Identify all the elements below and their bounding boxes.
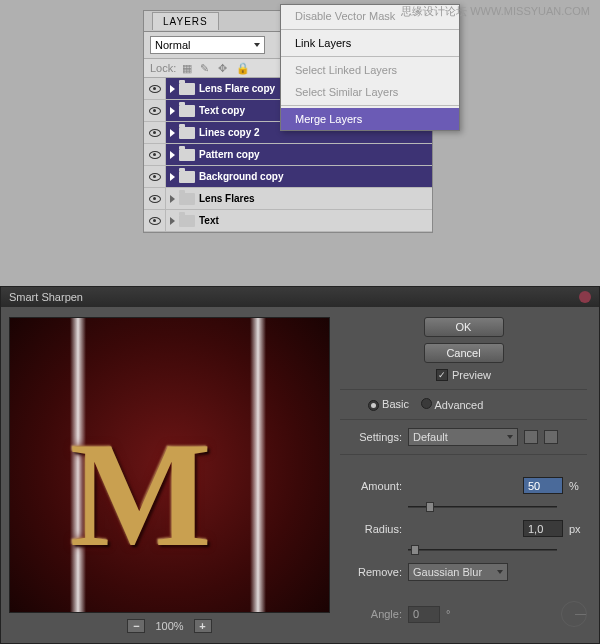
disclosure-triangle-icon[interactable] (170, 129, 175, 137)
settings-value: Default (413, 431, 448, 443)
visibility-toggle[interactable] (144, 122, 166, 143)
angle-label: Angle: (340, 608, 402, 620)
disclosure-triangle-icon[interactable] (170, 195, 175, 203)
eye-icon (149, 85, 161, 93)
amount-input[interactable] (523, 477, 563, 494)
radius-label: Radius: (340, 523, 402, 535)
radius-input[interactable] (523, 520, 563, 537)
eye-icon (149, 107, 161, 115)
layer-context-menu: Disable Vector MaskLink LayersSelect Lin… (280, 4, 460, 131)
angle-dial (561, 601, 587, 627)
disclosure-triangle-icon[interactable] (170, 217, 175, 225)
menu-item: Select Linked Layers (281, 59, 459, 81)
menu-item: Select Similar Layers (281, 81, 459, 103)
disclosure-triangle-icon[interactable] (170, 107, 175, 115)
remove-value: Gaussian Blur (413, 566, 482, 578)
blend-mode-dropdown[interactable]: Normal (150, 36, 265, 54)
save-preset-icon[interactable] (524, 430, 538, 444)
visibility-toggle[interactable] (144, 210, 166, 231)
eye-icon (149, 217, 161, 225)
angle-unit: ° (446, 608, 450, 620)
amount-unit: % (569, 480, 587, 492)
folder-icon (179, 105, 195, 117)
layer-row[interactable]: Background copy (144, 166, 432, 188)
visibility-toggle[interactable] (144, 188, 166, 209)
visibility-toggle[interactable] (144, 78, 166, 99)
layer-name: Background copy (199, 171, 283, 182)
remove-dropdown[interactable]: Gaussian Blur (408, 563, 508, 581)
menu-item[interactable]: Link Layers (281, 32, 459, 54)
menu-item[interactable]: Merge Layers (281, 108, 459, 130)
zoom-controls: − 100% + (9, 613, 330, 639)
delete-preset-icon[interactable] (544, 430, 558, 444)
chevron-down-icon (507, 435, 513, 439)
eye-icon (149, 173, 161, 181)
visibility-toggle[interactable] (144, 100, 166, 121)
disclosure-triangle-icon[interactable] (170, 151, 175, 159)
layer-row[interactable]: Text (144, 210, 432, 232)
layer-name: Text copy (199, 105, 245, 116)
preview-label: Preview (452, 369, 491, 381)
layers-tab[interactable]: LAYERS (152, 12, 219, 30)
folder-icon (179, 171, 195, 183)
settings-label: Settings: (340, 431, 402, 443)
folder-icon (179, 193, 195, 205)
basic-radio-row[interactable]: Basic (368, 398, 409, 411)
chevron-down-icon (497, 570, 503, 574)
folder-icon (179, 83, 195, 95)
lock-paint-icon[interactable]: ✎ (200, 62, 212, 74)
dialog-titlebar: Smart Sharpen (1, 287, 599, 307)
amount-label: Amount: (340, 480, 402, 492)
eye-icon (149, 195, 161, 203)
layer-row[interactable]: Lens Flares (144, 188, 432, 210)
radius-unit: px (569, 523, 587, 535)
lock-transparency-icon[interactable]: ▦ (182, 62, 194, 74)
angle-input (408, 606, 440, 623)
eye-icon (149, 129, 161, 137)
layer-name: Lines copy 2 (199, 127, 260, 138)
basic-radio[interactable] (368, 400, 379, 411)
smart-sharpen-dialog: Smart Sharpen M − 100% + OK Cancel ✓ Pre… (0, 286, 600, 644)
remove-label: Remove: (340, 566, 402, 578)
folder-icon (179, 127, 195, 139)
lock-label: Lock: (150, 62, 176, 74)
ok-button[interactable]: OK (424, 317, 504, 337)
advanced-label: Advanced (434, 399, 483, 411)
folder-icon (179, 149, 195, 161)
basic-label: Basic (382, 398, 409, 410)
layer-name: Pattern copy (199, 149, 260, 160)
advanced-radio-row[interactable]: Advanced (421, 398, 483, 411)
layer-name: Lens Flares (199, 193, 255, 204)
layer-row[interactable]: Pattern copy (144, 144, 432, 166)
disclosure-triangle-icon[interactable] (170, 173, 175, 181)
amount-slider[interactable] (408, 500, 557, 514)
close-icon[interactable] (579, 291, 591, 303)
visibility-toggle[interactable] (144, 144, 166, 165)
layer-name: Text (199, 215, 219, 226)
lock-move-icon[interactable]: ✥ (218, 62, 230, 74)
preview-checkbox[interactable]: ✓ (436, 369, 448, 381)
disclosure-triangle-icon[interactable] (170, 85, 175, 93)
watermark-text: 思缘设计论坛 WWW.MISSYUAN.COM (401, 4, 590, 19)
cancel-button[interactable]: Cancel (424, 343, 504, 363)
zoom-in-button[interactable]: + (194, 619, 212, 633)
eye-icon (149, 151, 161, 159)
chevron-down-icon (254, 43, 260, 47)
zoom-out-button[interactable]: − (127, 619, 145, 633)
visibility-toggle[interactable] (144, 166, 166, 187)
folder-icon (179, 215, 195, 227)
blend-mode-value: Normal (155, 39, 190, 51)
dialog-title: Smart Sharpen (9, 291, 83, 303)
advanced-radio[interactable] (421, 398, 432, 409)
preview-image[interactable]: M (9, 317, 330, 613)
zoom-level: 100% (155, 620, 183, 632)
lock-all-icon[interactable]: 🔒 (236, 62, 248, 74)
layer-name: Lens Flare copy (199, 83, 275, 94)
settings-dropdown[interactable]: Default (408, 428, 518, 446)
radius-slider[interactable] (408, 543, 557, 557)
